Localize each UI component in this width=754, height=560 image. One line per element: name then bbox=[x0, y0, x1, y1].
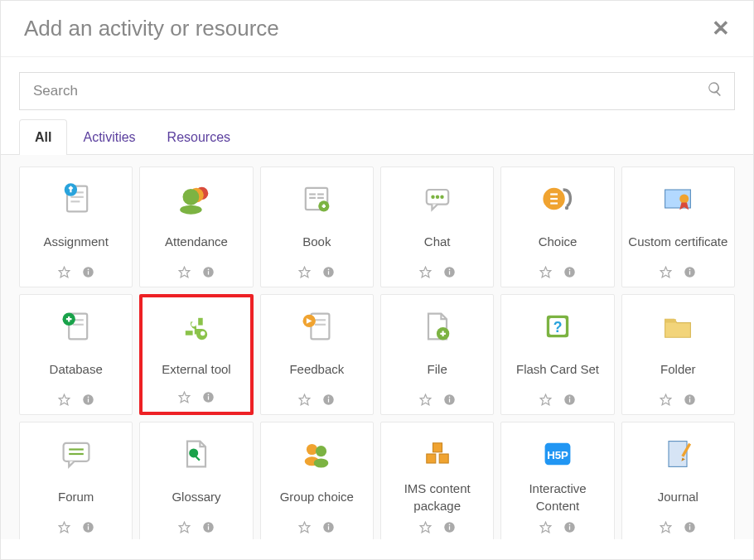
info-icon[interactable] bbox=[202, 391, 215, 403]
card-actions bbox=[178, 521, 215, 533]
star-icon[interactable] bbox=[178, 391, 191, 403]
svg-point-8 bbox=[87, 269, 89, 271]
star-icon[interactable] bbox=[419, 521, 432, 533]
card-actions bbox=[298, 393, 335, 406]
book-icon bbox=[298, 181, 335, 217]
activity-card-assignment[interactable]: Assignment bbox=[19, 167, 133, 287]
svg-point-79 bbox=[448, 397, 450, 398]
star-icon[interactable] bbox=[58, 266, 70, 278]
svg-point-43 bbox=[569, 269, 571, 271]
info-icon[interactable] bbox=[684, 266, 696, 278]
search-input[interactable] bbox=[19, 72, 735, 110]
svg-point-74 bbox=[328, 397, 330, 398]
info-icon[interactable] bbox=[322, 521, 335, 533]
choice-icon bbox=[539, 181, 576, 217]
activity-label: External tool bbox=[162, 355, 230, 384]
svg-point-39 bbox=[565, 206, 568, 210]
svg-rect-85 bbox=[569, 398, 570, 402]
search-icon[interactable] bbox=[707, 81, 723, 102]
svg-rect-92 bbox=[63, 443, 89, 461]
star-icon[interactable] bbox=[298, 393, 311, 406]
svg-point-125 bbox=[569, 524, 571, 526]
activity-card-h5p[interactable]: H5PInteractive Content bbox=[500, 422, 614, 539]
activity-label: Folder bbox=[660, 353, 696, 387]
tab-all[interactable]: All bbox=[19, 119, 67, 155]
activity-card-database[interactable]: Database bbox=[19, 294, 133, 415]
activity-card-certificate[interactable]: Custom certificate bbox=[621, 167, 735, 287]
info-icon[interactable] bbox=[684, 521, 696, 533]
svg-point-105 bbox=[307, 444, 317, 455]
activity-label: Choice bbox=[539, 225, 578, 259]
activity-card-group-choice[interactable]: Group choice bbox=[260, 422, 374, 539]
close-icon[interactable]: ✕ bbox=[712, 16, 730, 41]
info-icon[interactable] bbox=[82, 521, 94, 533]
star-icon[interactable] bbox=[539, 393, 552, 406]
svg-point-11 bbox=[182, 189, 199, 205]
activity-card-glossary[interactable]: Glossary bbox=[139, 422, 253, 539]
star-icon[interactable] bbox=[178, 521, 191, 533]
star-icon[interactable] bbox=[539, 266, 552, 278]
info-icon[interactable] bbox=[684, 393, 696, 406]
activity-card-book[interactable]: Book bbox=[260, 167, 374, 287]
tab-activities[interactable]: Activities bbox=[67, 119, 151, 155]
star-icon[interactable] bbox=[539, 521, 552, 533]
activity-card-file[interactable]: File bbox=[380, 294, 494, 415]
star-icon[interactable] bbox=[178, 266, 191, 278]
activity-card-ims[interactable]: IMS content package bbox=[380, 422, 494, 539]
info-icon[interactable] bbox=[202, 266, 215, 278]
star-icon[interactable] bbox=[298, 521, 311, 533]
star-icon[interactable] bbox=[660, 266, 672, 278]
info-icon[interactable] bbox=[443, 521, 456, 533]
activity-card-external-tool[interactable]: External tool bbox=[139, 294, 253, 415]
star-icon[interactable] bbox=[58, 393, 70, 406]
svg-rect-37 bbox=[550, 198, 558, 200]
svg-point-45 bbox=[680, 195, 689, 204]
info-icon[interactable] bbox=[82, 393, 94, 406]
star-icon[interactable] bbox=[298, 266, 311, 278]
svg-rect-15 bbox=[208, 271, 209, 274]
activity-label: IMS content package bbox=[386, 480, 488, 514]
svg-marker-13 bbox=[179, 267, 190, 278]
activity-card-folder[interactable]: Folder bbox=[621, 294, 735, 415]
svg-rect-3 bbox=[70, 200, 80, 202]
info-icon[interactable] bbox=[202, 521, 215, 533]
card-actions bbox=[178, 391, 215, 403]
activity-card-forum[interactable]: Forum bbox=[19, 422, 133, 539]
search-wrap bbox=[1, 57, 753, 118]
tab-resources[interactable]: Resources bbox=[152, 119, 246, 155]
star-icon[interactable] bbox=[660, 521, 672, 533]
svg-rect-111 bbox=[328, 526, 329, 529]
svg-rect-33 bbox=[449, 271, 450, 274]
card-actions bbox=[58, 266, 94, 278]
info-icon[interactable] bbox=[563, 521, 576, 533]
card-actions bbox=[178, 266, 215, 278]
svg-marker-76 bbox=[420, 394, 431, 405]
star-icon[interactable] bbox=[660, 393, 672, 406]
card-actions bbox=[539, 521, 576, 533]
info-icon[interactable] bbox=[563, 393, 576, 406]
modal-header: Add an activity or resource ✕ bbox=[1, 1, 753, 57]
info-icon[interactable] bbox=[563, 266, 576, 278]
activity-label: Interactive Content bbox=[506, 480, 608, 514]
info-icon[interactable] bbox=[82, 266, 94, 278]
h5p-icon: H5P bbox=[539, 436, 576, 472]
activity-label: Chat bbox=[424, 225, 451, 259]
activity-card-chat[interactable]: Chat bbox=[380, 167, 494, 287]
star-icon[interactable] bbox=[419, 266, 432, 278]
activity-card-flashcard[interactable]: ?Flash Card Set bbox=[500, 294, 614, 415]
activity-card-feedback[interactable]: Feedback bbox=[260, 294, 374, 415]
info-icon[interactable] bbox=[322, 266, 335, 278]
activity-card-attendance[interactable]: Attendance bbox=[139, 167, 253, 287]
svg-text:?: ? bbox=[553, 319, 563, 336]
star-icon[interactable] bbox=[419, 393, 432, 406]
card-actions bbox=[419, 393, 456, 406]
info-icon[interactable] bbox=[443, 266, 456, 278]
activity-card-journal[interactable]: Journal bbox=[621, 422, 735, 539]
info-icon[interactable] bbox=[322, 393, 335, 406]
svg-marker-23 bbox=[300, 267, 311, 278]
svg-rect-131 bbox=[689, 526, 690, 529]
svg-point-119 bbox=[448, 524, 450, 526]
activity-card-choice[interactable]: Choice bbox=[500, 167, 614, 287]
star-icon[interactable] bbox=[58, 521, 70, 533]
info-icon[interactable] bbox=[443, 393, 456, 406]
